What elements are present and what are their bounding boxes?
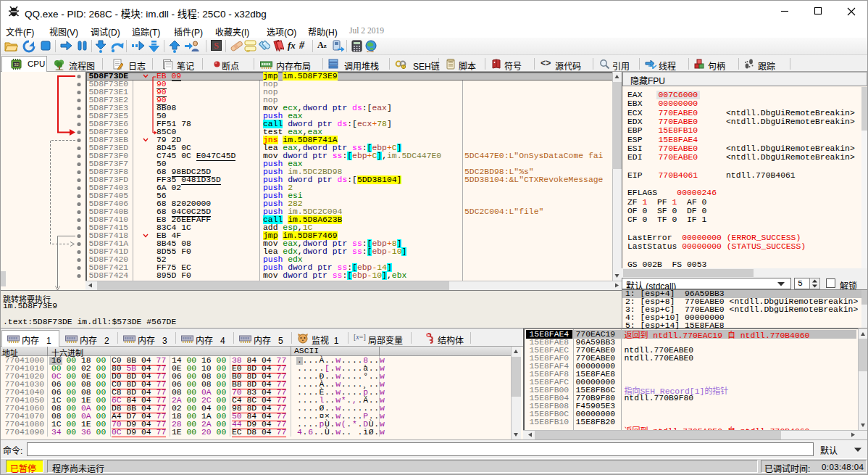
svg-text:!: ! xyxy=(403,65,404,69)
svg-text:32: 32 xyxy=(14,62,19,67)
